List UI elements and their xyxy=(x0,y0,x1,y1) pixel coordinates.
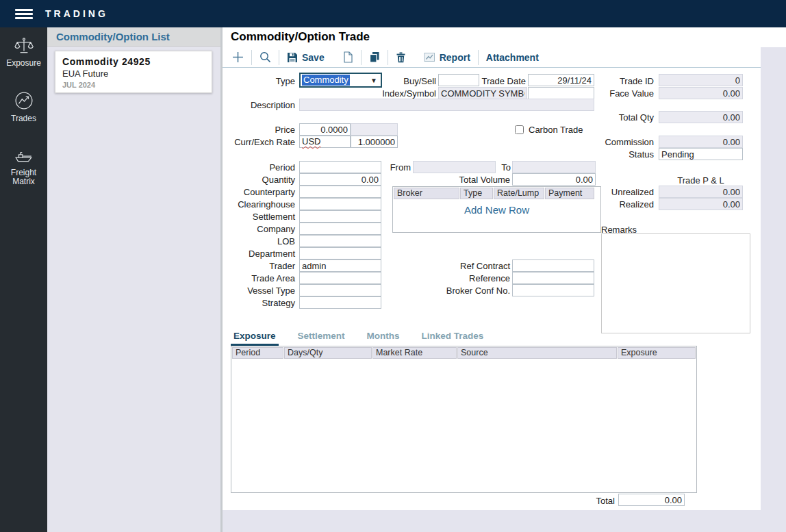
type-select[interactable]: Commodity ▼ xyxy=(299,73,382,88)
clearinghouse-input[interactable] xyxy=(299,198,381,210)
total-volume-label: Total Volume xyxy=(442,174,510,186)
trade-area-label: Trade Area xyxy=(227,273,295,285)
carbon-trade-checkbox[interactable] xyxy=(515,125,524,134)
broker-col-header: Type xyxy=(460,188,493,199)
broker-conf-no-input[interactable] xyxy=(512,284,594,296)
add-button[interactable] xyxy=(232,51,244,63)
face-value-field xyxy=(659,87,743,99)
sidebar-item-trades[interactable]: Trades xyxy=(0,91,47,123)
broker-col-header: Payment xyxy=(545,188,594,199)
scroll-area xyxy=(761,47,786,532)
status-label: Status xyxy=(599,149,654,161)
total-qty-label: Total Qty xyxy=(599,112,654,124)
clearinghouse-label: Clearinghouse xyxy=(227,199,295,211)
trade-id-label: Trade ID xyxy=(599,75,654,88)
toolbar-separator xyxy=(388,50,388,65)
list-item[interactable]: Commodity 24925 EUA Future JUL 2024 xyxy=(55,51,212,93)
total-field[interactable] xyxy=(618,494,685,506)
ref-contract-input[interactable] xyxy=(512,259,594,272)
face-value-label: Face Value xyxy=(599,88,654,100)
sidebar-item-freight-matrix[interactable]: Freight Matrix xyxy=(0,147,47,186)
symbol-extra-input[interactable] xyxy=(528,87,594,99)
type-label: Type xyxy=(227,75,295,88)
blank-document-icon xyxy=(342,51,353,63)
exposure-col-header: Period xyxy=(232,347,283,359)
unrealized-field xyxy=(659,186,743,198)
quantity-input[interactable] xyxy=(299,173,381,186)
exposure-col-header: Exposure xyxy=(618,347,696,359)
tab-exposure[interactable]: Exposure xyxy=(231,331,279,346)
broker-conf-no-label: Broker Conf No. xyxy=(444,285,510,297)
new-document-button[interactable] xyxy=(342,51,353,63)
attachment-button-label: Attachment xyxy=(486,52,539,63)
price-extra-field xyxy=(351,123,398,136)
broker-col-header: Broker xyxy=(394,188,459,199)
add-new-row-link[interactable]: Add New Row xyxy=(393,204,600,216)
exposure-col-header: Source xyxy=(457,347,617,359)
icon-sidebar: Exposure Trades Freight Matrix xyxy=(0,27,47,532)
copy-button[interactable] xyxy=(369,51,380,63)
sidebar-item-exposure[interactable]: Exposure xyxy=(0,37,47,68)
broker-table-header: Broker Type Rate/Lump Payment xyxy=(393,187,600,200)
period-input[interactable] xyxy=(299,161,381,173)
vessel-type-input[interactable] xyxy=(299,284,381,296)
company-input[interactable] xyxy=(299,223,381,235)
strategy-label: Strategy xyxy=(227,297,295,309)
attachment-button[interactable]: Attachment xyxy=(486,52,539,63)
lob-input[interactable] xyxy=(299,235,381,247)
settlement-label: Settlement xyxy=(227,211,295,223)
ref-contract-label: Ref Contract xyxy=(444,260,510,273)
trader-input[interactable] xyxy=(299,259,381,272)
sidebar-item-label: Exposure xyxy=(0,59,47,68)
broker-table: Broker Type Rate/Lump Payment Add New Ro… xyxy=(392,186,601,233)
report-chart-icon xyxy=(424,52,435,62)
toolbar-separator xyxy=(361,50,362,65)
toolbar-separator xyxy=(251,50,252,65)
report-button[interactable]: Report xyxy=(424,52,470,63)
exch-rate-input[interactable] xyxy=(351,136,398,148)
save-button[interactable]: Save xyxy=(287,52,325,63)
copy-icon xyxy=(369,51,380,63)
carbon-trade-label: Carbon Trade xyxy=(529,124,594,136)
exposure-col-header: Days/Qty xyxy=(284,347,372,359)
reference-input[interactable] xyxy=(512,272,594,284)
exposure-table-header: Period Days/Qty Market Rate Source Expos… xyxy=(231,346,696,359)
to-label: To xyxy=(490,162,511,174)
department-input[interactable] xyxy=(299,247,381,259)
status-input[interactable] xyxy=(659,148,743,160)
page-title: Commodity/Option Trade xyxy=(231,30,370,44)
counterparty-input[interactable] xyxy=(299,186,381,198)
commodity-option-list-panel: Commodity/Option List Commodity 24925 EU… xyxy=(47,27,220,532)
type-select-value: Commodity xyxy=(302,75,350,86)
trade-pnl-title: Trade P & L xyxy=(659,175,743,186)
commission-label: Commission xyxy=(599,136,654,149)
list-item-period: JUL 2024 xyxy=(62,81,205,89)
currency-input[interactable]: USD xyxy=(299,136,351,148)
from-label: From xyxy=(388,162,411,174)
trade-id-field xyxy=(659,74,743,86)
tab-linked-trades[interactable]: Linked Trades xyxy=(419,331,487,346)
sidebar-item-label: Trades xyxy=(0,114,47,123)
quantity-label: Quantity xyxy=(227,174,295,186)
sidebar-item-label: Freight Matrix xyxy=(3,168,45,186)
search-button[interactable] xyxy=(259,51,271,63)
save-icon xyxy=(287,52,298,63)
remarks-textarea[interactable] xyxy=(601,233,750,333)
price-input[interactable] xyxy=(299,123,351,136)
toolbar: Save xyxy=(223,47,761,68)
trade-date-input[interactable] xyxy=(528,74,594,86)
index-symbol-field xyxy=(438,87,527,99)
tab-months[interactable]: Months xyxy=(364,331,403,346)
settlement-input[interactable] xyxy=(299,210,381,223)
exposure-table: Period Days/Qty Market Rate Source Expos… xyxy=(231,346,697,493)
total-qty-field xyxy=(659,111,743,123)
hamburger-menu-icon[interactable] xyxy=(15,7,33,21)
total-volume-input[interactable] xyxy=(512,173,596,186)
trade-area-input[interactable] xyxy=(299,272,381,284)
tab-settlement[interactable]: Settlement xyxy=(295,331,348,346)
realized-field xyxy=(659,198,743,210)
title-row: Commodity/Option Trade xyxy=(223,27,786,47)
app-title: TRADING xyxy=(45,8,108,19)
delete-button[interactable] xyxy=(396,52,406,63)
strategy-input[interactable] xyxy=(299,296,381,309)
